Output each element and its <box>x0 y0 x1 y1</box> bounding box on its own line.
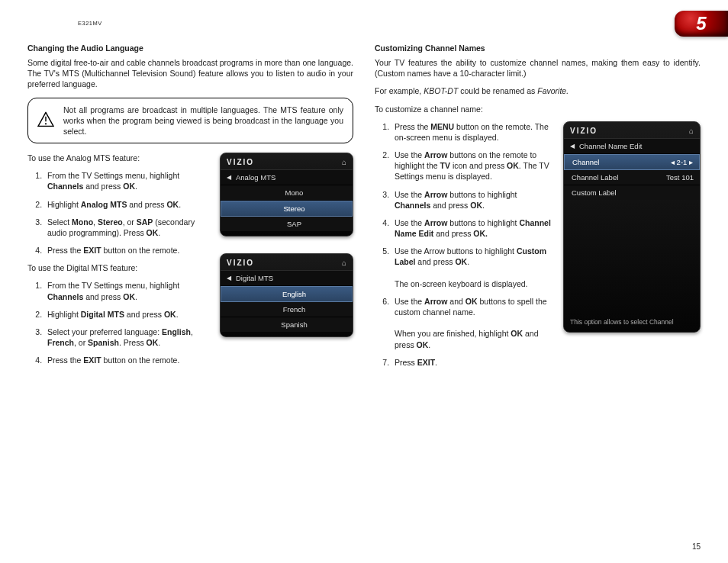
list-item: Use the Arrow buttons to highlight Chann… <box>391 217 552 239</box>
analog-lead: To use the Analog MTS feature: <box>27 153 208 163</box>
list-item: Highlight Analog MTS and press OK. <box>44 199 208 210</box>
osd-channel-name-edit: VIZIO⌂ ◀Channel Name Edit Channel◂ 2-1 ▸… <box>563 121 701 333</box>
heading-audio-language: Changing the Audio Language <box>27 43 353 53</box>
list-item: From the TV Settings menu, highlight Cha… <box>44 170 208 191</box>
osd-brand: VIZIO <box>570 127 598 135</box>
list-item: Press the EXIT button on the remote. <box>44 355 208 365</box>
osd-option-stereo: Stereo <box>221 201 353 217</box>
osd-option-french: French <box>221 302 353 317</box>
home-icon: ⌂ <box>689 127 694 135</box>
list-item: Use the Arrow buttons on the remote to h… <box>391 150 552 182</box>
analog-steps: From the TV Settings menu, highlight Cha… <box>27 170 208 256</box>
list-item: Highlight Digital MTS and press OK. <box>44 309 208 320</box>
chapter-badge: 5 <box>675 11 728 37</box>
osd-option-mono: Mono <box>221 185 353 201</box>
digital-steps: From the TV Settings menu, highlight Cha… <box>27 280 208 365</box>
list-item: Press the EXIT button on the remote. <box>44 245 208 256</box>
home-icon: ⌂ <box>342 158 346 166</box>
back-icon: ◀ <box>570 143 575 150</box>
customize-lead: To customize a channel name: <box>375 104 701 114</box>
osd-option-sap: SAP <box>221 217 353 231</box>
svg-point-2 <box>45 123 47 124</box>
list-item: Press EXIT. <box>391 357 552 368</box>
osd-title: Digital MTS <box>236 274 273 282</box>
page-number: 15 <box>692 542 701 551</box>
heading-channel-names: Customizing Channel Names <box>375 43 701 53</box>
note-text: Not all programs are broadcast in multip… <box>63 105 343 136</box>
list-item: Press the MENU button on the remote. The… <box>391 121 552 143</box>
back-icon: ◀ <box>227 275 231 282</box>
list-item: Use the Arrow buttons to highlight Chann… <box>391 189 552 211</box>
osd-row-custom-label: Custom Label <box>564 185 700 200</box>
back-icon: ◀ <box>227 174 231 181</box>
list-item: Select your preferred language: English,… <box>44 327 208 348</box>
customize-steps: Press the MENU button on the remote. The… <box>375 121 552 375</box>
intro-audio-language: Some digital free-to-air and cable chann… <box>27 57 353 90</box>
osd-row-channel-label: Channel LabelTest 101 <box>564 170 700 185</box>
home-icon: ⌂ <box>342 259 346 267</box>
osd-title: Channel Name Edit <box>579 142 642 150</box>
digital-lead: To use the Digital MTS feature: <box>27 262 208 273</box>
osd-title: Analog MTS <box>236 173 275 182</box>
osd-digital-mts: VIZIO⌂ ◀Digital MTS English French Spani… <box>220 253 353 337</box>
osd-row-channel: Channel◂ 2-1 ▸ <box>564 154 700 170</box>
osd-brand: VIZIO <box>227 158 254 166</box>
osd-brand: VIZIO <box>227 259 254 267</box>
osd-option-english: English <box>221 286 353 302</box>
list-item: Select Mono, Stereo, or SAP (secondary a… <box>44 217 208 238</box>
warning-icon <box>37 111 54 129</box>
osd-option-spanish: Spanish <box>221 317 353 332</box>
list-item: Use the Arrow buttons to highlight Custo… <box>391 246 552 289</box>
osd-help-text: This option allows to select Channel <box>570 318 694 326</box>
example-text: For example, KBOT-DT could be renamed as… <box>375 85 701 96</box>
intro-channel-names: Your TV features the ability to customiz… <box>375 57 701 79</box>
model-number: E321MV <box>78 20 701 27</box>
list-item: Use the Arrow and OK buttons to spell th… <box>391 296 552 350</box>
list-item: From the TV Settings menu, highlight Cha… <box>44 280 208 301</box>
osd-analog-mts: VIZIO⌂ ◀Analog MTS Mono Stereo SAP <box>220 153 353 236</box>
note-box: Not all programs are broadcast in multip… <box>27 98 353 144</box>
